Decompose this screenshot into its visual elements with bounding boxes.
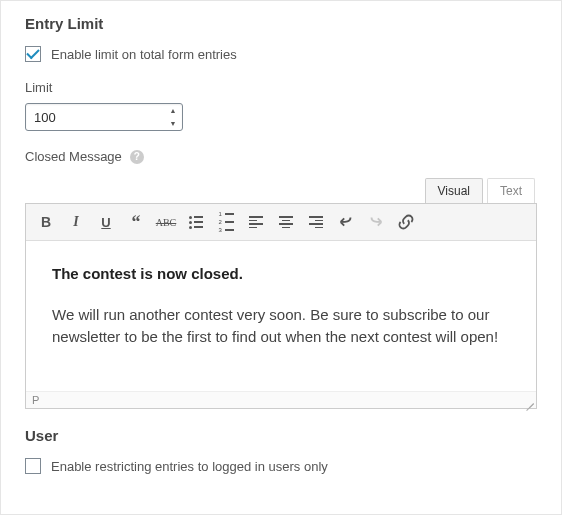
limit-input[interactable]: [25, 103, 183, 131]
limit-label: Limit: [25, 80, 537, 95]
restrict-label: Enable restricting entries to logged in …: [51, 459, 328, 474]
resize-handle-icon[interactable]: [522, 394, 534, 406]
enable-limit-label: Enable limit on total form entries: [51, 47, 237, 62]
restrict-row: Enable restricting entries to logged in …: [25, 458, 537, 474]
rich-text-editor: B I U “ ABC 1 2 3: [25, 203, 537, 409]
undo-button[interactable]: [332, 208, 360, 236]
editor-content-area[interactable]: The contest is now closed. We will run a…: [26, 241, 536, 391]
enable-limit-row: Enable limit on total form entries: [25, 46, 537, 62]
bold-button[interactable]: B: [32, 208, 60, 236]
numbered-list-button[interactable]: 1 2 3: [212, 208, 240, 236]
editor-tabs: Visual Text: [25, 178, 537, 203]
limit-spinner-down[interactable]: ▼: [164, 117, 182, 130]
limit-input-wrap: ▲ ▼: [25, 103, 183, 131]
limit-spinner: ▲ ▼: [164, 104, 182, 130]
align-center-button[interactable]: [272, 208, 300, 236]
help-icon[interactable]: ?: [130, 150, 144, 164]
strikethrough-button[interactable]: ABC: [152, 208, 180, 236]
align-left-button[interactable]: [242, 208, 270, 236]
italic-button[interactable]: I: [62, 208, 90, 236]
underline-button[interactable]: U: [92, 208, 120, 236]
closed-message-label: Closed Message: [25, 149, 122, 164]
limit-spinner-up[interactable]: ▲: [164, 104, 182, 117]
blockquote-button[interactable]: “: [122, 208, 150, 236]
restrict-checkbox[interactable]: [25, 458, 41, 474]
editor-element-path[interactable]: P: [32, 394, 39, 406]
section-title-entry-limit: Entry Limit: [25, 15, 537, 32]
align-right-button[interactable]: [302, 208, 330, 236]
user-section: User Enable restricting entries to logge…: [25, 427, 537, 474]
tab-text[interactable]: Text: [487, 178, 535, 203]
section-title-user: User: [25, 427, 537, 444]
closed-message-label-row: Closed Message ?: [25, 149, 537, 164]
editor-toolbar: B I U “ ABC 1 2 3: [26, 204, 536, 241]
bullet-list-button[interactable]: [182, 208, 210, 236]
editor-paragraph: We will run another contest very soon. B…: [52, 304, 510, 349]
link-button[interactable]: [392, 208, 420, 236]
tab-visual[interactable]: Visual: [425, 178, 483, 203]
redo-button[interactable]: [362, 208, 390, 236]
editor-status-bar: P: [26, 391, 536, 408]
settings-panel: Entry Limit Enable limit on total form e…: [0, 0, 562, 515]
enable-limit-checkbox[interactable]: [25, 46, 41, 62]
editor-heading: The contest is now closed.: [52, 263, 510, 286]
